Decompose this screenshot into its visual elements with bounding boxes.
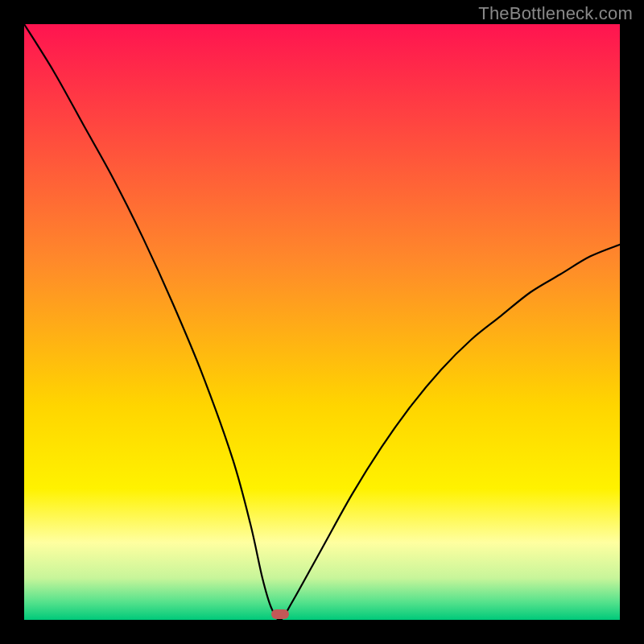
optimal-point-marker: [271, 609, 289, 619]
bottleneck-curve: [24, 24, 620, 620]
plot-area: [24, 24, 620, 620]
watermark-text: TheBottleneck.com: [478, 3, 633, 24]
chart-frame: TheBottleneck.com: [0, 0, 644, 644]
